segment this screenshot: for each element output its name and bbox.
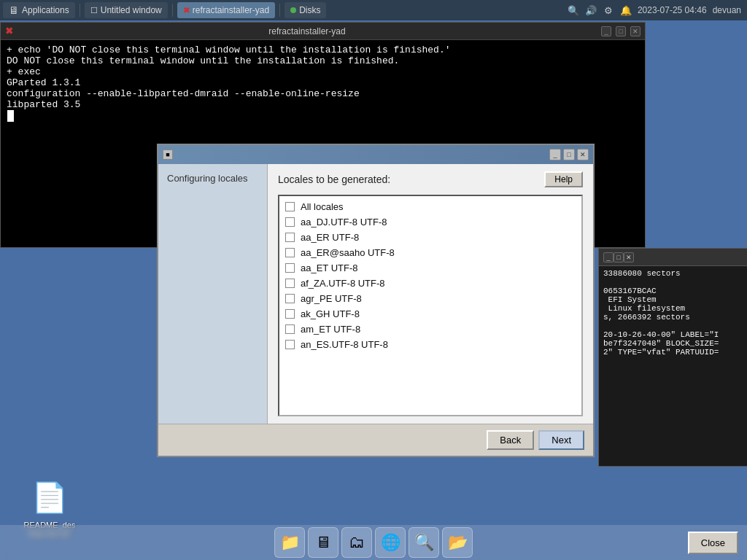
locale-label-ak-gh: ak_GH UTF-8	[301, 308, 360, 319]
taskbar-bottom: 📁 🖥 🗂 🌐 🔍 📂 Close	[0, 525, 747, 560]
back-button[interactable]: Back	[487, 430, 534, 450]
locale-label-agr-pe: agr_PE UTF-8	[301, 293, 362, 304]
disks-dot	[290, 7, 296, 13]
volume-icon[interactable]: 🔊	[585, 4, 597, 16]
taskbar-item-refracta[interactable]: ✖ refractainstaller-yad	[177, 2, 275, 18]
locale-item-aa-dj[interactable]: aa_DJ.UTF-8 UTF-8	[284, 214, 577, 230]
terminal-close-btn[interactable]: ✕	[630, 26, 640, 36]
browser-icon: 🌐	[381, 533, 400, 552]
locale-item-aa-er-saaho[interactable]: aa_ER@saaho UTF-8	[284, 245, 577, 260]
locale-label-an-es: an_ES.UTF-8 UTF-8	[301, 339, 388, 350]
locale-label-aa-et: aa_ET UTF-8	[301, 262, 358, 273]
locale-checkbox-aa-er-saaho[interactable]	[285, 248, 295, 257]
taskbar-terminal[interactable]: 🖥	[308, 527, 338, 558]
settings-icon[interactable]: ⚙	[603, 4, 614, 16]
taskbar-file-manager[interactable]: 🗂	[341, 527, 372, 558]
locale-label-aa-dj: aa_DJ.UTF-8 UTF-8	[301, 217, 387, 228]
taskbar-search[interactable]: 🔍	[409, 527, 439, 558]
locale-item-af-za[interactable]: af_ZA.UTF-8 UTF-8	[284, 276, 577, 291]
disks-line-2	[603, 278, 746, 287]
terminal-line-2: DO NOT close this terminal window until …	[7, 55, 639, 66]
disks-titlebar: _ □ ✕	[599, 249, 747, 266]
disks-window: _ □ ✕ 33886080 sectors 0653167BCAC EFI S…	[598, 248, 747, 467]
taskbar-browser[interactable]: 🌐	[375, 527, 406, 558]
dialog-minimize-btn[interactable]: _	[549, 149, 561, 160]
readme-file-icon: 📄	[32, 477, 67, 518]
dialog-body: Configuring locales Locales to be genera…	[158, 164, 593, 424]
locale-checkbox-aa-et[interactable]	[285, 263, 295, 273]
dialog-header: Locales to be generated: Help	[278, 171, 583, 187]
locale-checkbox-agr-pe[interactable]	[285, 294, 295, 303]
taskbar-right-area: 🔍 🔊 ⚙ 🔔 2023-07-25 04:46 devuan	[568, 4, 744, 16]
file-manager-icon: 🗂	[349, 533, 365, 552]
disks-line-8: 20-10-26-40-00" LABEL="I	[603, 330, 746, 339]
next-button[interactable]: Next	[538, 430, 584, 450]
dialog-sidebar: Configuring locales	[158, 164, 268, 424]
locale-checkbox-ak-gh[interactable]	[285, 309, 295, 319]
locale-item-agr-pe[interactable]: agr_PE UTF-8	[284, 291, 577, 306]
bell-icon[interactable]: 🔔	[620, 4, 632, 16]
terminal-maximize-btn[interactable]: □	[616, 26, 626, 36]
locale-item-aa-et[interactable]: aa_ET UTF-8	[284, 260, 577, 276]
dialog-main: Locales to be generated: Help All locale…	[268, 164, 593, 424]
taskbar-sep-3	[279, 4, 280, 17]
disks-line-7	[603, 322, 746, 330]
disks-line-5: Linux filesystem	[603, 304, 746, 313]
files-home-icon: 📁	[280, 533, 300, 552]
applications-label: Applications	[22, 5, 69, 15]
terminal-icon: ✖	[5, 26, 13, 36]
terminal-line-6: libparted 3.5	[7, 99, 639, 110]
help-button[interactable]: Help	[544, 171, 583, 187]
taskbar-more-files[interactable]: 📂	[442, 527, 473, 558]
disks-label: Disks	[299, 5, 320, 15]
taskbar-item-disks[interactable]: Disks	[285, 2, 326, 18]
locale-item-ak-gh[interactable]: ak_GH UTF-8	[284, 306, 577, 322]
terminal-icon-bottom: 🖥	[315, 533, 331, 552]
close-button-bottom[interactable]: Close	[688, 532, 738, 554]
disks-close-btn[interactable]: ✕	[624, 252, 634, 262]
taskbar-item-applications[interactable]: 🖥 Applications	[3, 2, 75, 18]
terminal-titlebar: ✖ refractainstaller-yad _ □ ✕	[1, 23, 645, 40]
locale-item-an-es[interactable]: an_ES.UTF-8 UTF-8	[284, 337, 577, 352]
locale-checkbox-am-et[interactable]	[285, 324, 295, 334]
locale-item-am-et[interactable]: am_ET UTF-8	[284, 322, 577, 337]
locale-item-aa-er[interactable]: aa_ER UTF-8	[284, 230, 577, 245]
search-icon[interactable]: 🔍	[568, 4, 579, 16]
locale-list[interactable]: All locales aa_DJ.UTF-8 UTF-8 aa_ER UTF-…	[278, 195, 583, 416]
disks-line-1: 33886080 sectors	[603, 269, 746, 278]
locale-label-am-et: am_ET UTF-8	[301, 324, 360, 335]
more-files-icon: 📂	[448, 533, 468, 552]
search-icon-bottom: 🔍	[414, 533, 434, 552]
terminal-minimize-btn[interactable]: _	[601, 26, 611, 36]
dialog-win-icon: ■	[163, 149, 173, 160]
user-label: devuan	[713, 5, 741, 15]
dialog-footer: Back Next	[158, 424, 593, 456]
taskbar-sep-1	[80, 4, 80, 17]
disks-line-6: s, 2666392 sectors	[603, 313, 746, 322]
terminal-line-3: + exec	[7, 66, 639, 77]
locale-checkbox-an-es[interactable]	[285, 340, 295, 349]
locale-label-af-za: af_ZA.UTF-8 UTF-8	[301, 278, 385, 289]
locale-checkbox-aa-er[interactable]	[285, 233, 295, 242]
disks-line-3: 0653167BCAC	[603, 287, 746, 295]
locale-label-all: All locales	[301, 201, 344, 212]
refracta-icon: ✖	[183, 6, 190, 15]
dialog-maximize-btn[interactable]: □	[563, 149, 575, 160]
locale-checkbox-af-za[interactable]	[285, 279, 295, 288]
sidebar-label: Configuring locales	[167, 173, 248, 184]
locale-checkbox-all[interactable]	[285, 202, 295, 211]
dialog-close-btn[interactable]: ✕	[577, 149, 589, 160]
disks-minimize-btn[interactable]: _	[603, 252, 614, 262]
terminal-title: refractainstaller-yad	[18, 26, 597, 36]
refracta-label: refractainstaller-yad	[193, 5, 269, 15]
disks-line-4: EFI System	[603, 295, 746, 304]
taskbar-item-untitled[interactable]: ☐ Untitled window	[85, 2, 168, 18]
taskbar-files-home[interactable]: 📁	[274, 527, 305, 558]
taskbar-top: 🖥 Applications ☐ Untitled window ✖ refra…	[0, 0, 747, 20]
locale-item-all[interactable]: All locales	[284, 199, 577, 214]
locale-dialog: ■ _ □ ✕ Configuring locales Locales to b…	[157, 144, 595, 457]
datetime-label: 2023-07-25 04:46	[638, 5, 707, 15]
disks-maximize-btn[interactable]: □	[614, 252, 624, 262]
disks-body: 33886080 sectors 0653167BCAC EFI System …	[599, 266, 747, 466]
locale-checkbox-aa-dj[interactable]	[285, 217, 295, 227]
